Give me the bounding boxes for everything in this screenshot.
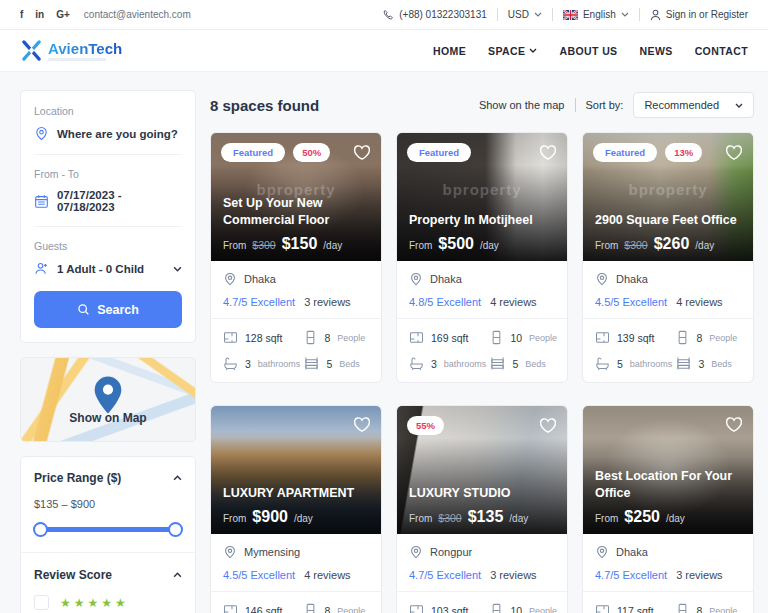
location-field[interactable]: Where are you going? xyxy=(34,126,182,141)
dates-field[interactable]: 07/17/2023 - 07/18/2023 xyxy=(34,189,182,213)
area-icon xyxy=(409,330,424,345)
signin-link[interactable]: Sign in or Register xyxy=(650,9,748,21)
discount-badge: 50% xyxy=(293,143,330,162)
location-pin-icon xyxy=(595,272,609,286)
five-star-checkbox[interactable] xyxy=(34,595,49,610)
phone-icon xyxy=(383,9,394,20)
phone-number[interactable]: (+88) 01322303131 xyxy=(383,9,487,20)
rating-link[interactable]: 4.5/5 Excellent xyxy=(223,569,295,581)
people-value: 8 xyxy=(696,332,702,344)
featured-badge: Featured xyxy=(593,143,657,162)
rating-link[interactable]: 4.5/5 Excellent xyxy=(595,296,667,308)
location-pin-icon xyxy=(595,545,609,559)
chevron-up-icon xyxy=(173,572,182,578)
discount-badge: 55% xyxy=(407,416,444,435)
people-capacity-icon xyxy=(490,603,503,613)
sort-by-label: Sort by: xyxy=(586,99,624,111)
bathroom-icon xyxy=(409,356,424,371)
favorite-heart-icon[interactable] xyxy=(539,144,557,161)
property-card[interactable]: bproperty Featured Property In Motijheel… xyxy=(396,132,568,383)
linkedin-icon[interactable]: in xyxy=(35,9,44,20)
show-on-the-map-link[interactable]: Show on the map xyxy=(479,99,565,111)
nav-item-about-us[interactable]: ABOUT US xyxy=(559,45,617,57)
divider xyxy=(497,8,498,21)
bathrooms-unit: bathrooms xyxy=(258,359,301,369)
topbar: f in G+ contact@avientech.com (+88) 0132… xyxy=(0,0,768,30)
bathroom-icon xyxy=(595,356,610,371)
price-per-label: /day xyxy=(323,240,342,251)
price-slider-handle-min[interactable] xyxy=(33,522,48,537)
beds-unit: Beds xyxy=(711,359,732,369)
favorite-heart-icon[interactable] xyxy=(353,416,371,433)
language-selector[interactable]: English xyxy=(563,9,629,20)
property-city: Dhaka xyxy=(616,273,648,285)
chevron-down-icon xyxy=(534,12,542,17)
reviews-count: 3 reviews xyxy=(676,569,722,581)
rating-link[interactable]: 4.7/5 Excellent xyxy=(409,569,481,581)
favorite-heart-icon[interactable] xyxy=(725,416,743,433)
price-per-label: /day xyxy=(294,513,313,524)
contact-email[interactable]: contact@avientech.com xyxy=(84,9,191,20)
nav-item-news[interactable]: NEWS xyxy=(640,45,673,57)
chevron-down-icon xyxy=(735,103,743,108)
property-title: LUXURY APARTMENT xyxy=(223,485,369,502)
chevron-down-icon xyxy=(621,12,629,17)
people-value: 8 xyxy=(324,332,330,344)
people-capacity-icon xyxy=(490,330,503,345)
brand-logo[interactable]: AvienTech xyxy=(20,39,122,62)
price-from-label: From xyxy=(409,240,432,251)
beds-unit: Beds xyxy=(339,359,360,369)
price-from-label: From xyxy=(595,513,618,524)
reviews-count: 3 reviews xyxy=(490,569,536,581)
property-title: Best Location For Your Office xyxy=(595,468,741,502)
sort-dropdown[interactable]: Recommended xyxy=(633,92,754,118)
googleplus-icon[interactable]: G+ xyxy=(56,9,70,20)
people-unit: People xyxy=(337,333,365,343)
rating-link[interactable]: 4.7/5 Excellent xyxy=(595,569,667,581)
nav-item-contact[interactable]: CONTACT xyxy=(695,45,748,57)
people-value: 8 xyxy=(696,605,702,613)
rating-link[interactable]: 4.7/5 Excellent xyxy=(223,296,295,308)
area-icon xyxy=(223,330,238,345)
property-title: LUXURY STUDIO xyxy=(409,485,555,502)
people-value: 10 xyxy=(510,332,522,344)
calendar-icon xyxy=(34,194,49,209)
property-card[interactable]: bproperty Featured 50% Set Up Your New C… xyxy=(210,132,382,383)
property-city: Dhaka xyxy=(244,273,276,285)
price-per-label: /day xyxy=(480,240,499,251)
price-range-toggle[interactable]: Price Range ($) xyxy=(34,471,182,485)
search-icon xyxy=(77,303,90,316)
sidebar: Location Where are you going? From - To … xyxy=(20,90,196,613)
divider xyxy=(575,98,576,112)
search-button[interactable]: Search xyxy=(34,291,182,328)
favorite-heart-icon[interactable] xyxy=(353,144,371,161)
facebook-icon[interactable]: f xyxy=(20,9,23,20)
guests-field[interactable]: 1 Adult - 0 Child xyxy=(34,261,182,276)
search-panel: Location Where are you going? From - To … xyxy=(20,90,196,343)
property-card[interactable]: 55% LUXURY STUDIO From $300 $135 /day Ro… xyxy=(396,405,568,613)
currency-selector[interactable]: USD xyxy=(508,9,542,20)
property-card[interactable]: LUXURY APARTMENT From $900 /day Mymensin… xyxy=(210,405,382,613)
five-star-rating[interactable]: ★★★★★ xyxy=(60,596,129,610)
favorite-heart-icon[interactable] xyxy=(539,417,557,434)
property-card[interactable]: bproperty Featured 13% 2900 Square Feet … xyxy=(582,132,754,383)
dates-label: From - To xyxy=(34,168,182,180)
map-pin-icon xyxy=(91,375,125,415)
show-on-map-box[interactable]: Show on Map xyxy=(20,357,196,442)
nav-item-home[interactable]: HOME xyxy=(433,45,466,57)
people-capacity-icon xyxy=(676,603,689,613)
people-unit: People xyxy=(337,606,365,613)
price-slider-track[interactable] xyxy=(36,527,180,532)
uk-flag-icon xyxy=(563,10,578,20)
bathrooms-value: 3 xyxy=(245,358,251,370)
favorite-heart-icon[interactable] xyxy=(725,144,743,161)
review-score-toggle[interactable]: Review Score xyxy=(34,568,182,582)
rating-link[interactable]: 4.8/5 Excellent xyxy=(409,296,481,308)
beds-unit: Beds xyxy=(525,359,546,369)
price-slider-handle-max[interactable] xyxy=(168,522,183,537)
nav-item-space[interactable]: SPACE xyxy=(488,45,537,57)
location-label: Location xyxy=(34,105,182,117)
property-card[interactable]: Best Location For Your Office From $250 … xyxy=(582,405,754,613)
location-pin-icon xyxy=(409,272,423,286)
price: $250 xyxy=(624,508,660,526)
